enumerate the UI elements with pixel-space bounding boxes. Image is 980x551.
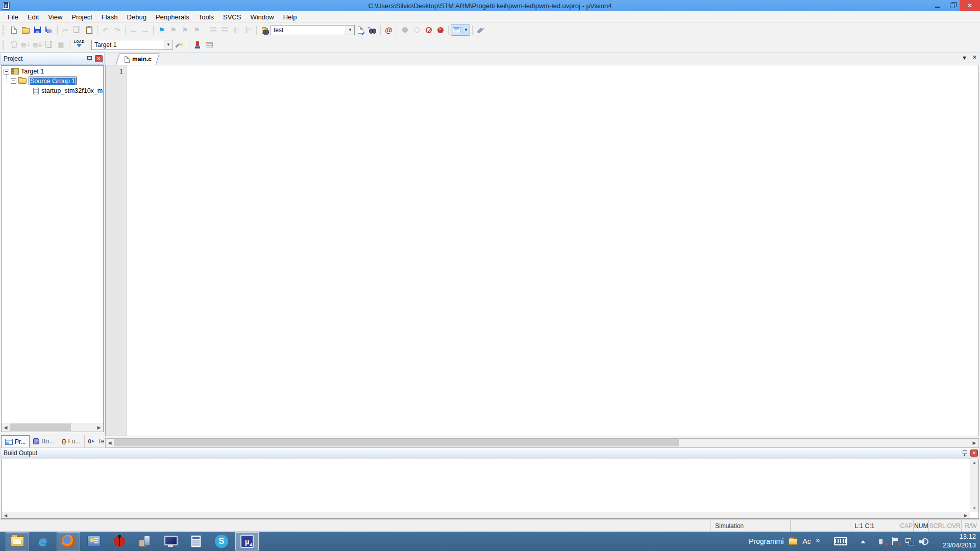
configure-tools-button[interactable]	[475, 24, 486, 36]
scroll-up-icon[interactable]: ▲	[972, 460, 976, 465]
enable-breakpoint-button[interactable]	[411, 24, 423, 36]
toolbar-grip[interactable]	[3, 40, 6, 49]
save-button[interactable]	[32, 24, 43, 36]
rebuild-button[interactable]: ▦⇊	[32, 39, 43, 51]
scroll-thumb[interactable]	[10, 423, 71, 431]
group-rename-input[interactable]: Source Group 1	[29, 77, 77, 85]
programmi-toolbar-label[interactable]: Programmi	[749, 537, 783, 545]
taskbar-skype[interactable]: S	[210, 532, 233, 550]
next-bookmark-button[interactable]: ⚑	[179, 24, 191, 36]
insert-bookmark-button[interactable]: ⚑	[156, 24, 167, 36]
scroll-down-icon[interactable]: ▼	[972, 506, 976, 511]
menu-svcs[interactable]: SVCS	[218, 12, 246, 22]
find-next-button[interactable]: +	[366, 24, 378, 36]
build-output-hscrollbar[interactable]: ◀ ▶	[2, 512, 970, 518]
menu-window[interactable]: Window	[246, 12, 278, 22]
taskbar-remote-desktop[interactable]	[159, 532, 182, 550]
debug-session-button[interactable]: @	[383, 24, 395, 36]
open-file-button[interactable]	[20, 24, 32, 36]
comment-button[interactable]: ∥≡	[231, 24, 242, 36]
show-hidden-icons[interactable]	[861, 538, 866, 543]
taskbar-calculator[interactable]	[184, 532, 208, 550]
menu-flash[interactable]: Flash	[97, 12, 122, 22]
chevron-icon[interactable]: »	[816, 536, 820, 544]
editor-hscrollbar[interactable]: ◀ ▶	[105, 438, 979, 447]
taskbar-uvision[interactable]: µ	[235, 532, 259, 550]
taskbar-control-panel[interactable]	[82, 532, 106, 550]
scroll-thumb[interactable]	[114, 439, 679, 446]
code-editor[interactable]: 1	[105, 65, 979, 436]
paste-button[interactable]	[83, 24, 95, 36]
tree-item-target[interactable]: Target 1	[4, 68, 44, 75]
previous-bookmark-button[interactable]: ⚑	[167, 24, 179, 36]
restore-button[interactable]	[945, 0, 960, 11]
uncomment-button[interactable]: ∥≡	[242, 24, 254, 36]
copy-button[interactable]	[71, 24, 83, 36]
project-panel-close-icon[interactable]: ✕	[95, 55, 103, 62]
find-combo[interactable]: test ▼	[271, 25, 355, 35]
stop-build-button[interactable]: ▦	[55, 39, 67, 51]
menu-edit[interactable]: Edit	[23, 12, 43, 22]
menu-tools[interactable]: Tools	[194, 12, 218, 22]
taskbar-phone-sync[interactable]	[133, 532, 157, 550]
scroll-left-icon[interactable]: ◀	[2, 423, 10, 432]
tab-books[interactable]: Bo...	[30, 435, 58, 447]
action-center-icon[interactable]	[892, 537, 900, 546]
undo-button[interactable]: ↶	[100, 24, 111, 36]
window-layout-button[interactable]: ▼	[451, 24, 470, 36]
tab-list-dropdown-icon[interactable]: ▼	[962, 55, 967, 61]
incremental-find-button[interactable]	[355, 24, 366, 36]
device-disconnected-icon[interactable]	[878, 537, 887, 546]
menu-debug[interactable]: Debug	[122, 12, 151, 22]
insert-breakpoint-button[interactable]	[399, 24, 411, 36]
manage-components-button[interactable]	[191, 39, 203, 51]
download-button[interactable]: LOAD	[71, 39, 87, 51]
ac-toolbar-label[interactable]: Ac	[802, 537, 811, 545]
tree-item-source-group[interactable]: Source Group 1	[11, 77, 77, 85]
collapse-icon[interactable]	[4, 69, 9, 74]
clear-bookmarks-button[interactable]: ⚑	[191, 24, 203, 36]
translate-button[interactable]	[8, 39, 20, 51]
build-button[interactable]: ▦⇣	[20, 39, 32, 51]
collapse-icon[interactable]	[11, 78, 16, 84]
outdent-button[interactable]	[219, 24, 231, 36]
taskbar-file-explorer[interactable]	[6, 532, 29, 550]
menu-peripherals[interactable]: Peripherals	[151, 12, 194, 22]
find-in-files-button[interactable]	[259, 24, 271, 36]
minimize-button[interactable]	[930, 0, 945, 11]
taskbar-clock[interactable]: 13.12 23/04/2013	[943, 533, 976, 550]
menu-file[interactable]: File	[3, 12, 23, 22]
network-icon[interactable]	[905, 537, 914, 546]
tab-project[interactable]: Pr...	[1, 435, 30, 447]
close-button[interactable]: ✕	[960, 0, 980, 11]
pin-icon[interactable]	[86, 55, 93, 62]
cut-button[interactable]: ✂	[60, 24, 71, 36]
scroll-right-icon[interactable]: ▶	[962, 512, 970, 518]
tree-item-startup-file[interactable]: startup_stm32f10x_mc	[33, 87, 104, 94]
menu-view[interactable]: View	[43, 12, 67, 22]
batch-build-button[interactable]	[43, 39, 55, 51]
window-layout-dropdown-icon[interactable]: ▼	[464, 28, 468, 32]
taskbar-ladybug-app[interactable]	[108, 532, 131, 550]
taskbar-firefox[interactable]	[57, 532, 80, 550]
volume-icon[interactable]	[919, 537, 929, 546]
pin-icon[interactable]	[961, 449, 968, 457]
toolbar-grip[interactable]	[3, 26, 6, 35]
keyboard-icon[interactable]	[834, 537, 847, 545]
close-document-icon[interactable]: ✕	[972, 54, 977, 61]
file-extensions-button[interactable]	[203, 39, 215, 51]
scroll-right-icon[interactable]: ▶	[970, 439, 978, 447]
target-combo-dropdown-icon[interactable]: ▼	[164, 40, 173, 49]
options-for-target-button[interactable]: ✶	[175, 39, 187, 51]
build-output-close-icon[interactable]: ✕	[970, 449, 978, 457]
build-output-vscrollbar[interactable]: ▲ ▼	[970, 459, 978, 512]
kill-all-breakpoints-button[interactable]	[434, 24, 446, 36]
taskbar-internet-explorer[interactable]: e	[31, 532, 55, 550]
target-combo[interactable]: Target 1 ▼	[91, 40, 173, 50]
save-all-button[interactable]	[43, 24, 55, 36]
scroll-right-icon[interactable]: ▶	[95, 423, 103, 432]
tab-functions[interactable]: {} Fu...	[58, 435, 85, 447]
tab-main-c[interactable]: main.c	[120, 54, 158, 65]
indent-button[interactable]	[207, 24, 219, 36]
redo-button[interactable]: ↷	[111, 24, 123, 36]
